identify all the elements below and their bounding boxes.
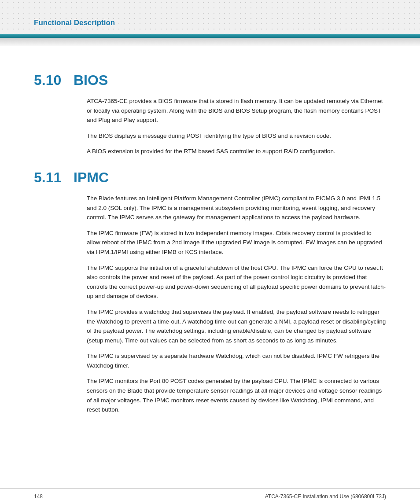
footer: 148 ATCA-7365-CE Installation and Use (6… (0, 488, 420, 504)
section-511-para-3: The IPMC provides a watchdog that superv… (87, 307, 386, 345)
section-510-number: 5.10 (34, 72, 69, 88)
teal-bar (0, 34, 420, 38)
section-511-number: 5.11 (34, 169, 69, 186)
section-510-content: ATCA-7365-CE provides a BIOS firmware th… (87, 96, 386, 156)
section-510-para-2: A BIOS extension is provided for the RTM… (87, 147, 386, 156)
main-content: 5.10 BIOS ATCA-7365-CE provides a BIOS f… (0, 46, 420, 447)
section-510-heading: 5.10 BIOS (34, 72, 386, 88)
section-510-para-1: The BIOS displays a message during POST … (87, 131, 386, 141)
header-area: Functional Description (0, 0, 420, 34)
header-title: Functional Description (34, 18, 115, 27)
section-511-para-0: The Blade features an Intelligent Platfo… (87, 194, 386, 222)
section-511-para-5: The IPMC monitors the Port 80 POST codes… (87, 376, 386, 414)
section-511-para-2: The IPMC supports the initiation of a gr… (87, 263, 386, 301)
section-511-content: The Blade features an Intelligent Platfo… (87, 194, 386, 415)
gray-bar (0, 38, 420, 46)
footer-page-number: 148 (34, 493, 43, 500)
section-511-para-1: The IPMC firmware (FW) is stored in two … (87, 228, 386, 257)
section-510-title: BIOS (74, 72, 108, 88)
section-511-heading: 5.11 IPMC (34, 169, 386, 186)
section-510-para-0: ATCA-7365-CE provides a BIOS firmware th… (87, 96, 386, 125)
footer-document-title: ATCA-7365-CE Installation and Use (68068… (265, 493, 386, 500)
section-511-title: IPMC (74, 169, 109, 186)
section-511-para-4: The IPMC is supervised by a separate har… (87, 351, 386, 370)
